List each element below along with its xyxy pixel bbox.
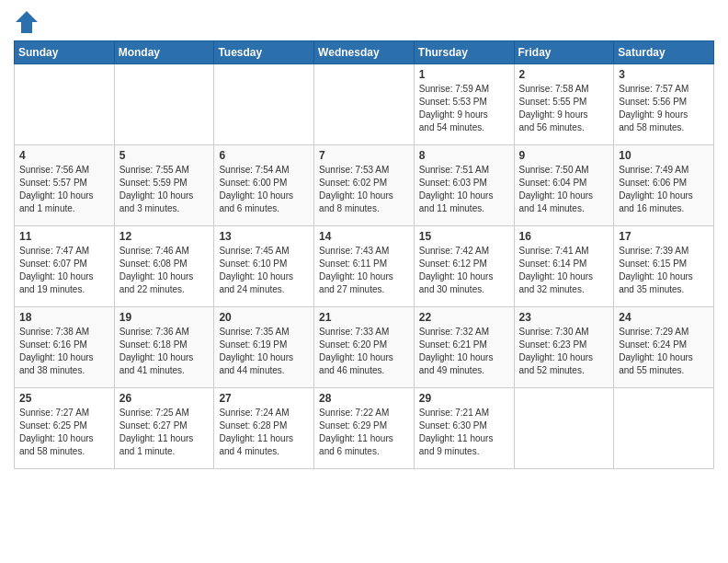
day-info: Sunrise: 7:30 AM Sunset: 6:23 PM Dayligh… [519, 326, 609, 377]
day-number: 10 [619, 149, 709, 162]
calendar-cell: 17Sunrise: 7:39 AM Sunset: 6:15 PM Dayli… [614, 226, 714, 307]
calendar-cell: 10Sunrise: 7:49 AM Sunset: 6:06 PM Dayli… [614, 145, 714, 226]
weekday-header-tuesday: Tuesday [214, 41, 314, 64]
calendar: SundayMondayTuesdayWednesdayThursdayFrid… [14, 40, 714, 469]
day-info: Sunrise: 7:39 AM Sunset: 6:15 PM Dayligh… [619, 245, 709, 296]
day-info: Sunrise: 7:36 AM Sunset: 6:18 PM Dayligh… [119, 326, 210, 377]
day-number: 24 [619, 311, 709, 324]
calendar-cell: 1Sunrise: 7:59 AM Sunset: 5:53 PM Daylig… [414, 64, 514, 145]
calendar-cell: 6Sunrise: 7:54 AM Sunset: 6:00 PM Daylig… [214, 145, 314, 226]
calendar-cell [15, 64, 115, 145]
day-number: 17 [619, 230, 709, 243]
calendar-week-1: 4Sunrise: 7:56 AM Sunset: 5:57 PM Daylig… [15, 145, 714, 226]
day-info: Sunrise: 7:38 AM Sunset: 6:16 PM Dayligh… [19, 326, 109, 377]
weekday-header-monday: Monday [114, 41, 214, 64]
calendar-cell: 15Sunrise: 7:42 AM Sunset: 6:12 PM Dayli… [414, 226, 514, 307]
day-info: Sunrise: 7:56 AM Sunset: 5:57 PM Dayligh… [19, 164, 109, 215]
day-number: 1 [419, 68, 509, 81]
day-info: Sunrise: 7:21 AM Sunset: 6:30 PM Dayligh… [419, 407, 509, 458]
calendar-cell: 13Sunrise: 7:45 AM Sunset: 6:10 PM Dayli… [214, 226, 314, 307]
calendar-week-0: 1Sunrise: 7:59 AM Sunset: 5:53 PM Daylig… [15, 64, 714, 145]
day-number: 3 [619, 68, 709, 81]
day-info: Sunrise: 7:41 AM Sunset: 6:14 PM Dayligh… [519, 245, 609, 296]
calendar-header-row: SundayMondayTuesdayWednesdayThursdayFrid… [15, 41, 714, 64]
day-info: Sunrise: 7:51 AM Sunset: 6:03 PM Dayligh… [419, 164, 509, 215]
calendar-cell: 29Sunrise: 7:21 AM Sunset: 6:30 PM Dayli… [414, 388, 514, 469]
calendar-cell: 19Sunrise: 7:36 AM Sunset: 6:18 PM Dayli… [114, 307, 214, 388]
day-info: Sunrise: 7:43 AM Sunset: 6:11 PM Dayligh… [319, 245, 409, 296]
calendar-cell: 21Sunrise: 7:33 AM Sunset: 6:20 PM Dayli… [314, 307, 415, 388]
day-number: 18 [19, 311, 109, 324]
day-number: 2 [519, 68, 609, 81]
day-info: Sunrise: 7:50 AM Sunset: 6:04 PM Dayligh… [519, 164, 609, 215]
day-number: 22 [419, 311, 509, 324]
day-info: Sunrise: 7:45 AM Sunset: 6:10 PM Dayligh… [219, 245, 309, 296]
calendar-cell: 5Sunrise: 7:55 AM Sunset: 5:59 PM Daylig… [114, 145, 214, 226]
day-number: 29 [419, 392, 509, 405]
calendar-week-3: 18Sunrise: 7:38 AM Sunset: 6:16 PM Dayli… [15, 307, 714, 388]
day-number: 7 [319, 149, 409, 162]
day-number: 20 [219, 311, 309, 324]
day-info: Sunrise: 7:59 AM Sunset: 5:53 PM Dayligh… [419, 83, 509, 134]
day-info: Sunrise: 7:55 AM Sunset: 5:59 PM Dayligh… [119, 164, 210, 215]
day-info: Sunrise: 7:27 AM Sunset: 6:25 PM Dayligh… [19, 407, 109, 458]
calendar-cell [314, 64, 415, 145]
calendar-cell: 22Sunrise: 7:32 AM Sunset: 6:21 PM Dayli… [414, 307, 514, 388]
day-number: 12 [119, 230, 210, 243]
day-number: 25 [19, 392, 109, 405]
day-info: Sunrise: 7:58 AM Sunset: 5:55 PM Dayligh… [519, 83, 609, 134]
calendar-cell: 8Sunrise: 7:51 AM Sunset: 6:03 PM Daylig… [414, 145, 514, 226]
day-number: 11 [19, 230, 109, 243]
day-info: Sunrise: 7:54 AM Sunset: 6:00 PM Dayligh… [219, 164, 309, 215]
day-info: Sunrise: 7:49 AM Sunset: 6:06 PM Dayligh… [619, 164, 709, 215]
calendar-cell: 16Sunrise: 7:41 AM Sunset: 6:14 PM Dayli… [514, 226, 614, 307]
day-info: Sunrise: 7:22 AM Sunset: 6:29 PM Dayligh… [319, 407, 409, 458]
day-number: 16 [519, 230, 609, 243]
calendar-cell: 4Sunrise: 7:56 AM Sunset: 5:57 PM Daylig… [15, 145, 115, 226]
day-info: Sunrise: 7:29 AM Sunset: 6:24 PM Dayligh… [619, 326, 709, 377]
day-number: 28 [319, 392, 409, 405]
day-number: 6 [219, 149, 309, 162]
calendar-cell [214, 64, 314, 145]
weekday-header-sunday: Sunday [15, 41, 115, 64]
weekday-header-saturday: Saturday [614, 41, 714, 64]
calendar-cell: 12Sunrise: 7:46 AM Sunset: 6:08 PM Dayli… [114, 226, 214, 307]
weekday-header-thursday: Thursday [414, 41, 514, 64]
day-info: Sunrise: 7:42 AM Sunset: 6:12 PM Dayligh… [419, 245, 509, 296]
calendar-cell: 27Sunrise: 7:24 AM Sunset: 6:28 PM Dayli… [214, 388, 314, 469]
day-info: Sunrise: 7:57 AM Sunset: 5:56 PM Dayligh… [619, 83, 709, 134]
day-number: 13 [219, 230, 309, 243]
calendar-cell: 18Sunrise: 7:38 AM Sunset: 6:16 PM Dayli… [15, 307, 115, 388]
calendar-cell: 14Sunrise: 7:43 AM Sunset: 6:11 PM Dayli… [314, 226, 415, 307]
calendar-cell: 23Sunrise: 7:30 AM Sunset: 6:23 PM Dayli… [514, 307, 614, 388]
calendar-cell [114, 64, 214, 145]
logo [14, 9, 43, 35]
calendar-cell: 2Sunrise: 7:58 AM Sunset: 5:55 PM Daylig… [514, 64, 614, 145]
calendar-cell: 3Sunrise: 7:57 AM Sunset: 5:56 PM Daylig… [614, 64, 714, 145]
calendar-cell: 20Sunrise: 7:35 AM Sunset: 6:19 PM Dayli… [214, 307, 314, 388]
day-info: Sunrise: 7:33 AM Sunset: 6:20 PM Dayligh… [319, 326, 409, 377]
calendar-cell [514, 388, 614, 469]
day-number: 5 [119, 149, 210, 162]
day-info: Sunrise: 7:32 AM Sunset: 6:21 PM Dayligh… [419, 326, 509, 377]
day-number: 27 [219, 392, 309, 405]
day-number: 26 [119, 392, 210, 405]
day-number: 23 [519, 311, 609, 324]
calendar-cell: 28Sunrise: 7:22 AM Sunset: 6:29 PM Dayli… [314, 388, 415, 469]
day-number: 15 [419, 230, 509, 243]
calendar-cell: 24Sunrise: 7:29 AM Sunset: 6:24 PM Dayli… [614, 307, 714, 388]
page-header [14, 9, 714, 35]
day-number: 19 [119, 311, 210, 324]
day-info: Sunrise: 7:46 AM Sunset: 6:08 PM Dayligh… [119, 245, 210, 296]
day-info: Sunrise: 7:47 AM Sunset: 6:07 PM Dayligh… [19, 245, 109, 296]
calendar-cell: 25Sunrise: 7:27 AM Sunset: 6:25 PM Dayli… [15, 388, 115, 469]
day-info: Sunrise: 7:53 AM Sunset: 6:02 PM Dayligh… [319, 164, 409, 215]
calendar-cell: 26Sunrise: 7:25 AM Sunset: 6:27 PM Dayli… [114, 388, 214, 469]
day-number: 8 [419, 149, 509, 162]
calendar-cell: 9Sunrise: 7:50 AM Sunset: 6:04 PM Daylig… [514, 145, 614, 226]
day-info: Sunrise: 7:24 AM Sunset: 6:28 PM Dayligh… [219, 407, 309, 458]
calendar-cell [614, 388, 714, 469]
calendar-cell: 7Sunrise: 7:53 AM Sunset: 6:02 PM Daylig… [314, 145, 415, 226]
calendar-week-4: 25Sunrise: 7:27 AM Sunset: 6:25 PM Dayli… [15, 388, 714, 469]
day-info: Sunrise: 7:35 AM Sunset: 6:19 PM Dayligh… [219, 326, 309, 377]
